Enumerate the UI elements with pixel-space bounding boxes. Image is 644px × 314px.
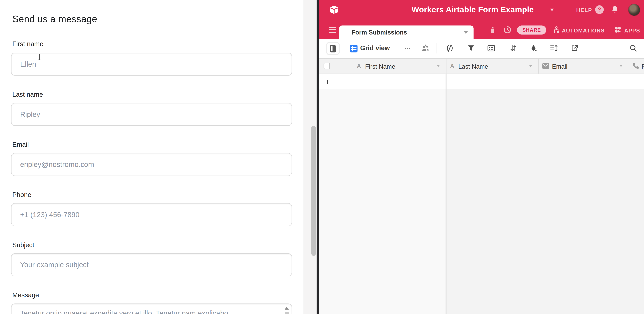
apps-icon[interactable] <box>614 26 622 34</box>
text-cursor-ibeam <box>37 54 42 61</box>
column-name: Last Name <box>458 63 488 70</box>
view-name-label[interactable]: Grid view <box>360 45 390 52</box>
airtable-topbar: Workers Airtable Form Example HELP ? <box>319 0 644 20</box>
user-avatar[interactable] <box>628 4 640 16</box>
phone-field-icon <box>632 62 640 69</box>
first-name-label: First name <box>12 40 43 48</box>
help-button[interactable]: HELP <box>576 7 592 13</box>
apps-label[interactable]: APPS <box>624 28 640 34</box>
email-input[interactable] <box>11 153 292 176</box>
base-title-caret-icon[interactable] <box>550 9 554 11</box>
contact-form-window: Send us a message First name Last name E… <box>0 0 304 314</box>
column-name: Email <box>552 63 568 70</box>
column-caret-icon[interactable] <box>529 65 532 67</box>
views-sidebar-toggle-button[interactable] <box>326 42 340 55</box>
last-name-input[interactable] <box>11 103 292 126</box>
email-label: Email <box>12 141 29 148</box>
add-record-plus-icon[interactable]: + <box>325 77 330 86</box>
screen: Send us a message First name Last name E… <box>0 0 644 314</box>
column-caret-icon[interactable] <box>620 65 623 67</box>
tab-label: Form Submissions <box>352 29 407 36</box>
column-header-first-name[interactable]: A First Name <box>319 59 446 74</box>
phone-label: Phone <box>12 191 31 198</box>
airtable-tabbar: Form Submissions SHARE <box>319 20 644 39</box>
airtable-logo-icon[interactable] <box>329 5 340 15</box>
hamburger-menu-icon[interactable] <box>329 27 336 34</box>
share-button[interactable]: SHARE <box>517 26 546 35</box>
subject-label: Subject <box>12 241 34 249</box>
single-line-text-icon: A <box>450 63 454 69</box>
message-label: Message <box>12 291 39 299</box>
frozen-column-separator <box>446 74 446 314</box>
last-name-label: Last name <box>12 91 43 98</box>
collaborators-icon[interactable] <box>421 44 430 53</box>
view-more-button[interactable]: … <box>404 44 412 51</box>
filter-icon[interactable] <box>467 44 475 52</box>
hide-fields-icon[interactable] <box>446 44 454 52</box>
automations-label[interactable]: AUTOMATIONS <box>562 28 605 34</box>
grid-empty-area <box>446 89 644 314</box>
tab-caret-icon[interactable] <box>464 31 468 34</box>
left-window-scrollbar-thumb[interactable] <box>311 126 316 256</box>
textarea-scroll-up-icon[interactable] <box>285 307 289 310</box>
automations-icon[interactable] <box>552 26 560 34</box>
grid-header-row: A First Name A Last Name Email <box>319 59 644 74</box>
help-question-icon[interactable]: ? <box>595 5 604 14</box>
column-caret-icon[interactable] <box>437 65 440 67</box>
airtable-window: Workers Airtable Form Example HELP ? For… <box>319 0 644 314</box>
column-name: P <box>642 63 644 70</box>
group-icon[interactable] <box>487 44 495 52</box>
airtable-view-toolbar: Grid view … <box>319 39 644 59</box>
color-icon[interactable] <box>529 44 538 52</box>
first-name-input[interactable] <box>11 53 292 76</box>
base-title[interactable]: Workers Airtable Form Example <box>412 5 534 14</box>
sort-icon[interactable] <box>509 44 518 52</box>
single-line-text-icon: A <box>357 63 361 69</box>
phone-input[interactable] <box>11 203 292 226</box>
textarea-scrollbar-thumb[interactable] <box>285 311 289 314</box>
row-height-icon[interactable] <box>550 44 558 52</box>
trash-icon[interactable] <box>489 26 496 34</box>
email-field-icon <box>542 63 549 69</box>
toolbar-divider <box>437 43 437 54</box>
tab-form-submissions[interactable]: Form Submissions <box>339 26 474 39</box>
grid-empty-area-frozen <box>319 89 446 314</box>
sidebar-toggle-icon <box>330 45 336 53</box>
column-name: First Name <box>365 63 396 70</box>
grid-view-icon[interactable] <box>350 45 358 53</box>
history-icon[interactable] <box>503 26 512 34</box>
column-header-email[interactable]: Email <box>538 59 629 74</box>
message-textarea[interactable]: Tenetur optio quaerat expedita vero et i… <box>11 303 292 314</box>
notifications-bell-icon[interactable] <box>610 5 620 14</box>
share-view-icon[interactable] <box>570 44 579 52</box>
search-icon[interactable] <box>629 44 637 52</box>
message-placeholder: Tenetur optio quaerat expedita vero et i… <box>20 309 228 314</box>
column-header-last-name[interactable]: A Last Name <box>446 59 538 74</box>
add-record-row[interactable]: + <box>319 74 644 89</box>
subject-input[interactable] <box>11 253 292 276</box>
column-header-phone[interactable]: P <box>629 59 644 74</box>
share-label: SHARE <box>522 27 541 33</box>
form-title: Send us a message <box>12 14 97 25</box>
window-divider <box>317 0 319 314</box>
